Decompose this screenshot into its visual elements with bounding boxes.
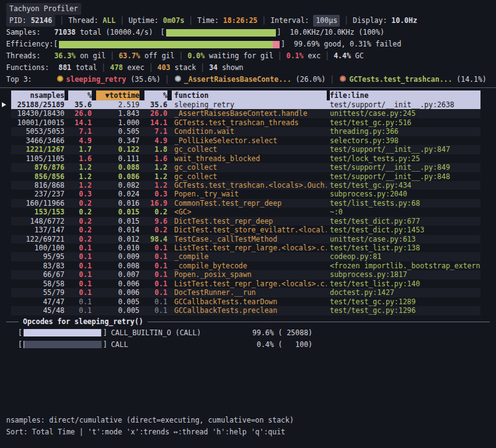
- cell-percent-cumulative: 26.0: [144, 109, 167, 118]
- column-header-file-line[interactable]: file:line: [330, 90, 480, 100]
- row-cells: 148/67720.20.0159.6DictTest.test_repr_de…: [11, 217, 480, 226]
- cell-tottime: 0.005: [96, 297, 140, 306]
- table-row[interactable]: 137/1470.20.0140.2DictTest.test_store_ev…: [0, 226, 496, 234]
- threads-label: Threads:: [6, 50, 40, 62]
- cell-gap: [140, 297, 144, 306]
- table-row[interactable]: 160/119660.20.01616.9CommonTest.test_rep…: [0, 199, 496, 208]
- thread-stat-value: 0.0%: [187, 51, 205, 60]
- cell-percent-direct: 0.1: [68, 297, 92, 306]
- table-row[interactable]: 47/470.10.0050.1GCCallbackTests.tearDown…: [0, 297, 496, 306]
- cell-nsamples: 100/100: [11, 244, 64, 252]
- samples-line: Samples:71038 total (10000.4/s)[]10.0KHz…: [6, 27, 496, 38]
- row-cells: 1105/11051.60.1111.6wait_threads_blocked…: [11, 154, 480, 163]
- cell-function: CommonTest.test_repr_deep: [172, 199, 327, 208]
- cell-percent-direct: 0.2: [68, 208, 92, 216]
- row-cells: 10001/1001514.11.00014.1GCTests.test_tra…: [11, 118, 480, 127]
- tachyon-profiler-window: Tachyon Profiler PID: 52146Thread: ALLUp…: [0, 0, 496, 448]
- table-row[interactable]: 18430/1843026.01.84326.0_AssertRaisesBas…: [0, 109, 496, 118]
- cell-gap: [167, 145, 172, 154]
- function-stat-label: exec: [123, 63, 144, 72]
- table-row[interactable]: 1221/12671.70.1221.8gc_collecttest/suppo…: [0, 145, 496, 154]
- cell-nsamples: 25188/25189: [11, 100, 64, 109]
- cell-percent-cumulative: 0.1: [144, 244, 167, 252]
- cell-nsamples: 1105/1105: [11, 154, 64, 163]
- row-cells: 58/580.10.0060.1ListTest.test_repr_large…: [11, 279, 480, 288]
- row-gutter: [0, 136, 11, 145]
- bar-close-bracket: ]: [277, 27, 281, 38]
- table-row[interactable]: 66/670.10.0070.1Popen._posix_spawnsubpro…: [0, 270, 496, 279]
- row-gutter: [0, 306, 11, 315]
- table-row[interactable]: 58/580.10.0060.1ListTest.test_repr_large…: [0, 279, 496, 288]
- footer-legend: nsamples: direct/cumulative (direct=exec…: [6, 415, 496, 426]
- opcode-row: []CALL_BUILTIN_O (CALL)99.6% ( 25088): [0, 327, 496, 339]
- cell-tottime: 0.008: [96, 261, 140, 270]
- table-row[interactable]: 5053/50537.10.5057.1Condition.waitthread…: [0, 127, 496, 136]
- cell-nsamples: 95/95: [11, 252, 64, 261]
- table-row[interactable]: 10001/1001514.11.00014.1GCTests.test_tra…: [0, 118, 496, 127]
- table-row[interactable]: 153/1530.20.0150.2<GC>~:0: [0, 208, 496, 216]
- selected-row-gutter: [0, 100, 11, 109]
- row-cells: 122/697210.20.01298.4TestCase._callTestM…: [11, 235, 480, 244]
- function-stat-label: shown: [218, 63, 244, 72]
- row-cells: 5053/50537.10.5057.1Condition.waitthread…: [11, 127, 480, 136]
- cell-function: _PollLikeSelector.select: [172, 136, 327, 145]
- cell-nsamples: 137/147: [11, 226, 64, 234]
- cell-percent-cumulative: 1.2: [144, 181, 167, 190]
- cell-nsamples: 18430/18430: [11, 109, 64, 118]
- table-row[interactable]: 876/8761.20.0881.2gc_collecttest/support…: [0, 163, 496, 172]
- cell-percent-cumulative: 14.1: [144, 118, 167, 127]
- cell-percent-direct: 14.1: [68, 118, 92, 127]
- cell-tottime: 0.005: [96, 306, 140, 315]
- cell-tottime: 2.519: [96, 100, 140, 109]
- display-label: Display:: [353, 15, 387, 27]
- separator: [321, 51, 334, 60]
- cell-gap: [92, 217, 96, 226]
- table-row[interactable]: 83/830.10.0080.1_compile_bytecode<frozen…: [0, 261, 496, 270]
- table-row[interactable]: 148/67720.20.0159.6DictTest.test_repr_de…: [0, 217, 496, 226]
- cell-file-line: test/support/__init__.py:2638: [330, 100, 480, 109]
- cell-file-line: test/test_gc.py:516: [330, 118, 480, 127]
- table-row[interactable]: 25188/2518935.62.51935.6sleeping_retryte…: [0, 100, 496, 109]
- table-row[interactable]: 816/8681.20.0821.2GCTests.test_trashcan.…: [0, 181, 496, 190]
- bar-open-bracket: [: [161, 27, 165, 38]
- table-body: 25188/2518935.62.51935.6sleeping_retryte…: [0, 100, 496, 315]
- cell-percent-cumulative: 0.1: [144, 306, 167, 315]
- column-header-percent-2[interactable]: %: [144, 90, 167, 100]
- cell-nsamples: 816/868: [11, 181, 64, 190]
- column-header-function[interactable]: function: [172, 90, 327, 100]
- table-row[interactable]: 237/2370.30.0240.3Popen._try_waitsubproc…: [0, 190, 496, 198]
- separator: [273, 51, 286, 60]
- table-row[interactable]: 3466/34664.90.3474.9_PollLikeSelector.se…: [0, 136, 496, 145]
- table-row[interactable]: 100/1000.10.0100.1ListTest.test_repr_lar…: [0, 244, 496, 252]
- samples-total: 71038: [54, 27, 76, 38]
- thread-value[interactable]: ALL: [103, 15, 116, 27]
- opcode-row: []CALL 0.4% ( 100): [0, 339, 496, 351]
- uptime-label: Uptime:: [128, 15, 158, 27]
- cell-function: sleeping_retry: [172, 100, 327, 109]
- samples-bar: [166, 29, 276, 37]
- row-gutter: [0, 181, 11, 190]
- cell-percent-direct: 7.1: [68, 127, 92, 136]
- table-row[interactable]: 1105/11051.60.1111.6wait_threads_blocked…: [0, 154, 496, 163]
- table-row[interactable]: 122/697210.20.01298.4TestCase._callTestM…: [0, 235, 496, 244]
- samples-rate: 10.0KHz/10.0KHz (100%): [290, 27, 384, 38]
- table-row[interactable]: 856/8561.20.0861.2gc_collecttest/support…: [0, 172, 496, 181]
- table-row[interactable]: 45/480.10.0050.1GCCallbackTests.preclean…: [0, 306, 496, 315]
- cell-function: gc_collect: [172, 163, 327, 172]
- cell-gap: [167, 127, 172, 136]
- cell-percent-cumulative: 0.3: [144, 190, 167, 198]
- cell-percent-cumulative: 0.1: [144, 297, 167, 306]
- efficiency-label: Efficiency:: [6, 38, 53, 50]
- app-title: Tachyon Profiler: [6, 3, 81, 15]
- table-row[interactable]: 95/950.10.0090.1_compilecodeop.py:81: [0, 252, 496, 261]
- cell-nsamples: 237/237: [11, 190, 64, 198]
- cell-gap: [92, 118, 96, 127]
- column-header-nsamples[interactable]: nsamples: [11, 90, 64, 100]
- cell-percent-cumulative: 0.1: [144, 288, 167, 297]
- thread-stat-label: exc: [304, 51, 321, 60]
- top3-items: sleeping_retry (35.6%)_AssertRaisesBaseC…: [56, 74, 487, 86]
- table-row[interactable]: 55/790.10.0060.1DocTestRunner.__rundocte…: [0, 288, 496, 297]
- column-header-percent-1[interactable]: %: [68, 90, 92, 100]
- column-header-tottime-sorted[interactable]: ▼tottime: [96, 90, 140, 100]
- cell-tottime: 0.082: [96, 181, 140, 190]
